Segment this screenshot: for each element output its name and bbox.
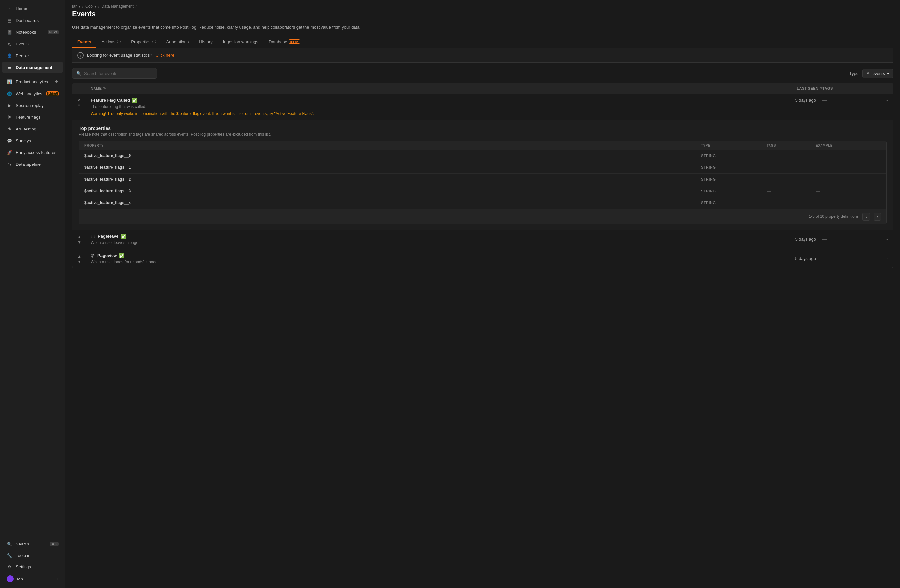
sidebar: ⌂ Home ▤ Dashboards 📓 Notebooks NEW ◎ Ev… bbox=[0, 0, 65, 588]
breadcrumb-ian[interactable]: Ian ▾ bbox=[72, 4, 81, 8]
pageview-verified-icon: ✅ bbox=[119, 253, 124, 258]
sidebar-item-product-analytics[interactable]: 📊 Product analytics + bbox=[2, 76, 63, 87]
data-icon: ☰ bbox=[6, 64, 12, 70]
pageleave-tags: — bbox=[822, 237, 872, 242]
sidebar-item-data-pipeline[interactable]: ⇆ Data pipeline bbox=[2, 158, 63, 170]
events-icon: ◎ bbox=[6, 41, 12, 47]
property-row: $active_feature_flags__1 STRING — — bbox=[79, 162, 886, 174]
property-row: $active_feature_flags__4 STRING — — bbox=[79, 197, 886, 209]
col-header-prop-tags: TAGS bbox=[767, 144, 816, 147]
avatar: I bbox=[6, 575, 14, 582]
breadcrumb-cool-dropdown[interactable]: ▾ bbox=[95, 5, 96, 8]
people-icon: 👤 bbox=[6, 53, 12, 59]
breadcrumb-cool[interactable]: Cool ▾ bbox=[85, 4, 96, 8]
sidebar-item-notebooks[interactable]: 📓 Notebooks NEW bbox=[2, 26, 63, 37]
breadcrumb: Ian ▾ / Cool ▾ / Data Management / bbox=[65, 0, 900, 10]
sidebar-item-session-replay[interactable]: ▶ Session replay bbox=[2, 100, 63, 111]
settings-icon: ⚙ bbox=[6, 564, 12, 570]
search-filter-row: 🔍 Type: All events ▾ bbox=[72, 63, 894, 83]
early-access-icon: 🚀 bbox=[6, 149, 12, 155]
table-header: NAME ⇅ LAST SEEN ⇅ TAGS bbox=[72, 83, 893, 94]
property-row: $active_feature_flags__3 STRING — — bbox=[79, 185, 886, 197]
search-icon: 🔍 bbox=[6, 541, 12, 547]
property-row: $active_feature_flags__2 STRING — — bbox=[79, 174, 886, 185]
sidebar-item-events[interactable]: ◎ Events bbox=[2, 38, 63, 50]
event-description: The feature flag that was called. bbox=[91, 104, 757, 109]
pagination-text: 1-5 of 16 property definitions bbox=[809, 214, 858, 219]
tab-events[interactable]: Events bbox=[72, 36, 96, 48]
pageview-more-menu[interactable]: ··· bbox=[872, 256, 888, 261]
props-table-header: PROPERTY TYPE TAGS EXAMPLE bbox=[79, 141, 886, 150]
name-sort-icon[interactable]: ⇅ bbox=[103, 86, 106, 90]
flags-icon: ⚑ bbox=[6, 114, 12, 120]
add-product-analytics-button[interactable]: + bbox=[54, 79, 59, 85]
expanded-properties-panel: Top properties Please note that descript… bbox=[72, 120, 893, 230]
sidebar-item-toolbar[interactable]: 🔧 Toolbar bbox=[2, 550, 63, 561]
search-input[interactable] bbox=[84, 71, 153, 76]
more-menu-button[interactable]: ··· bbox=[872, 98, 888, 103]
sidebar-item-early-access[interactable]: 🚀 Early access features bbox=[2, 147, 63, 158]
pipeline-icon: ⇆ bbox=[6, 161, 12, 167]
sidebar-item-surveys[interactable]: 💬 Surveys bbox=[2, 135, 63, 146]
event-row-pageleave: ▲ ▼ ⬚ Pageleave ✅ When a user leaves a p… bbox=[72, 230, 893, 249]
pagination-next-button[interactable]: › bbox=[874, 213, 881, 221]
col-header-name: NAME ⇅ bbox=[91, 86, 757, 90]
tab-database[interactable]: Database BETA bbox=[264, 36, 305, 48]
breadcrumb-ian-dropdown[interactable]: ▾ bbox=[79, 5, 81, 8]
properties-table: PROPERTY TYPE TAGS EXAMPLE $active_featu… bbox=[79, 141, 887, 224]
search-box-icon: 🔍 bbox=[76, 71, 81, 76]
events-table: NAME ⇅ LAST SEEN ⇅ TAGS ✕ ▭ bbox=[72, 83, 894, 268]
sidebar-item-search[interactable]: 🔍 Search ⌘K bbox=[2, 538, 63, 549]
col-header-property: PROPERTY bbox=[84, 144, 701, 147]
col-header-tags: TAGS bbox=[822, 86, 872, 90]
pageleave-icon: ⬚ bbox=[91, 234, 95, 239]
main-content: Ian ▾ / Cool ▾ / Data Management / Event… bbox=[65, 0, 900, 588]
info-banner: i Looking for event usage statistics? Cl… bbox=[72, 48, 894, 63]
tab-annotations[interactable]: Annotations bbox=[161, 36, 194, 48]
chevron-down-icon: ▾ bbox=[887, 71, 889, 76]
database-beta-badge: BETA bbox=[289, 39, 300, 44]
user-profile[interactable]: I Ian › bbox=[2, 572, 63, 585]
pageleave-verified-icon: ✅ bbox=[121, 234, 126, 239]
event-warning: Warning! This only works in combination … bbox=[91, 112, 757, 116]
pageview-icon: ◎ bbox=[91, 253, 94, 258]
new-badge: NEW bbox=[48, 30, 59, 34]
search-box[interactable]: 🔍 bbox=[72, 68, 157, 79]
expand-button-pageview[interactable]: ▲ ▼ bbox=[78, 253, 91, 264]
tab-ingestion-warnings[interactable]: Ingestion warnings bbox=[218, 36, 264, 48]
top-properties-description: Please note that description and tags ar… bbox=[79, 132, 887, 137]
web-icon: 🌐 bbox=[6, 91, 12, 96]
sidebar-item-feature-flags[interactable]: ⚑ Feature flags bbox=[2, 112, 63, 123]
banner-info-icon: i bbox=[77, 52, 84, 59]
pageleave-more-menu[interactable]: ··· bbox=[872, 237, 888, 242]
banner-link[interactable]: Click here! bbox=[155, 53, 175, 57]
expand-button-pageleave[interactable]: ▲ ▼ bbox=[78, 234, 91, 245]
surveys-icon: 💬 bbox=[6, 138, 12, 144]
chevron-right-icon: › bbox=[57, 577, 59, 581]
breadcrumb-data-management[interactable]: Data Management bbox=[101, 4, 134, 8]
sidebar-item-people[interactable]: 👤 People bbox=[2, 50, 63, 61]
ab-icon: ⚗ bbox=[6, 126, 12, 132]
sidebar-item-ab-testing[interactable]: ⚗ A/B testing bbox=[2, 123, 63, 134]
home-icon: ⌂ bbox=[6, 6, 12, 11]
tab-history[interactable]: History bbox=[194, 36, 217, 48]
expand-button-feature-flag[interactable]: ✕ ▭ bbox=[78, 98, 91, 106]
sidebar-item-dashboards[interactable]: ▤ Dashboards bbox=[2, 15, 63, 26]
sidebar-item-data-management[interactable]: ☰ Data management bbox=[2, 62, 63, 73]
pagination-prev-button[interactable]: ‹ bbox=[863, 213, 870, 221]
replay-icon: ▶ bbox=[6, 102, 12, 108]
property-row: $active_feature_flags__0 STRING — — bbox=[79, 150, 886, 162]
event-row-feature-flag-called: ✕ ▭ Feature Flag Called ✅ The feature fl… bbox=[72, 94, 893, 230]
sidebar-item-web-analytics[interactable]: 🌐 Web analytics BETA bbox=[2, 88, 63, 99]
type-filter-dropdown[interactable]: All events ▾ bbox=[863, 69, 894, 78]
pageview-tags: — bbox=[822, 256, 872, 261]
page-title: Events bbox=[65, 10, 900, 21]
last-seen-sort-icon[interactable]: ⇅ bbox=[820, 86, 823, 90]
tab-properties[interactable]: Properties ⓘ bbox=[126, 36, 161, 48]
event-last-seen: 5 days ago bbox=[757, 98, 822, 103]
search-shortcut: ⌘K bbox=[50, 542, 59, 546]
sidebar-item-home[interactable]: ⌂ Home bbox=[2, 3, 63, 14]
dashboard-icon: ▤ bbox=[6, 17, 12, 23]
tab-actions[interactable]: Actions ⓘ bbox=[96, 36, 126, 48]
sidebar-item-settings[interactable]: ⚙ Settings bbox=[2, 561, 63, 572]
